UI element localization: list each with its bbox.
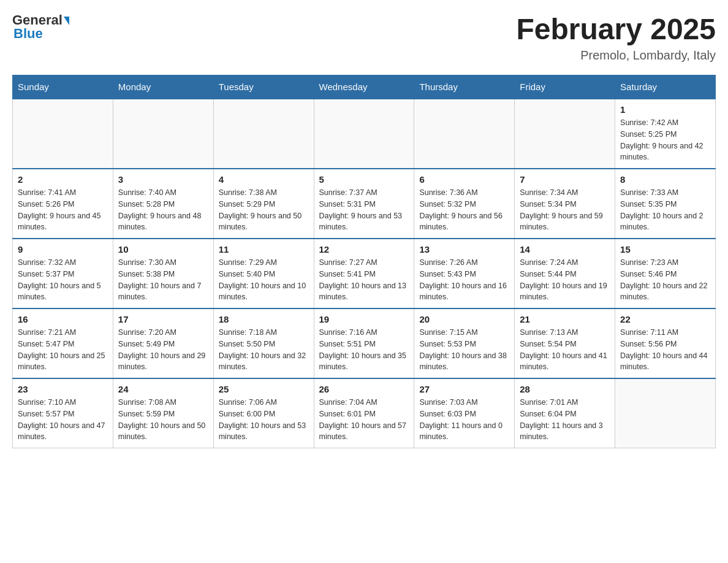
logo: General Blue [12,12,69,42]
day-number: 28 [520,384,610,394]
calendar-cell: 13Sunrise: 7:26 AMSunset: 5:43 PMDayligh… [414,239,515,308]
day-info: Sunrise: 7:21 AMSunset: 5:47 PMDaylight:… [18,327,108,373]
day-info: Sunrise: 7:38 AMSunset: 5:29 PMDaylight:… [219,187,309,233]
weekday-header-wednesday: Wednesday [314,75,414,99]
day-number: 9 [18,244,108,255]
day-info: Sunrise: 7:42 AMSunset: 5:25 PMDaylight:… [620,117,710,163]
calendar-week-row: 2Sunrise: 7:41 AMSunset: 5:26 PMDaylight… [13,169,716,239]
weekday-header-monday: Monday [113,75,213,99]
day-info: Sunrise: 7:04 AMSunset: 6:01 PMDaylight:… [319,397,409,443]
day-number: 12 [319,244,409,255]
day-number: 27 [419,384,509,394]
calendar-week-row: 9Sunrise: 7:32 AMSunset: 5:37 PMDaylight… [13,239,716,308]
calendar-week-row: 1Sunrise: 7:42 AMSunset: 5:25 PMDaylight… [13,99,716,169]
day-info: Sunrise: 7:36 AMSunset: 5:32 PMDaylight:… [419,187,509,233]
calendar-cell: 23Sunrise: 7:10 AMSunset: 5:57 PMDayligh… [13,378,113,448]
day-info: Sunrise: 7:30 AMSunset: 5:38 PMDaylight:… [118,257,208,303]
calendar-cell [314,99,414,169]
calendar-cell: 1Sunrise: 7:42 AMSunset: 5:25 PMDaylight… [615,99,716,169]
calendar-cell: 12Sunrise: 7:27 AMSunset: 5:41 PMDayligh… [314,239,414,308]
day-info: Sunrise: 7:24 AMSunset: 5:44 PMDaylight:… [520,257,610,303]
day-info: Sunrise: 7:23 AMSunset: 5:46 PMDaylight:… [620,257,710,303]
weekday-header-tuesday: Tuesday [213,75,314,99]
day-number: 1 [620,104,710,115]
calendar-cell: 6Sunrise: 7:36 AMSunset: 5:32 PMDaylight… [414,169,515,239]
day-info: Sunrise: 7:10 AMSunset: 5:57 PMDaylight:… [18,397,108,443]
day-number: 13 [419,244,509,255]
day-number: 26 [319,384,409,394]
calendar-cell: 7Sunrise: 7:34 AMSunset: 5:34 PMDaylight… [515,169,615,239]
day-number: 18 [219,314,309,324]
day-number: 6 [419,174,509,185]
day-info: Sunrise: 7:32 AMSunset: 5:37 PMDaylight:… [18,257,108,303]
day-number: 7 [520,174,610,185]
logo-blue-text: Blue [13,26,43,42]
calendar-week-row: 16Sunrise: 7:21 AMSunset: 5:47 PMDayligh… [13,308,716,378]
calendar-cell: 11Sunrise: 7:29 AMSunset: 5:40 PMDayligh… [213,239,314,308]
day-number: 5 [319,174,409,185]
day-info: Sunrise: 7:08 AMSunset: 5:59 PMDaylight:… [118,397,208,443]
day-info: Sunrise: 7:18 AMSunset: 5:50 PMDaylight:… [219,327,309,373]
day-info: Sunrise: 7:16 AMSunset: 5:51 PMDaylight:… [319,327,409,373]
page-header: General Blue February 2025 Premolo, Lomb… [12,12,716,63]
calendar-cell: 18Sunrise: 7:18 AMSunset: 5:50 PMDayligh… [213,308,314,378]
day-number: 2 [18,174,108,185]
calendar-title: February 2025 [516,12,716,46]
calendar-cell [414,99,515,169]
day-info: Sunrise: 7:01 AMSunset: 6:04 PMDaylight:… [520,397,610,443]
calendar-cell: 3Sunrise: 7:40 AMSunset: 5:28 PMDaylight… [113,169,213,239]
day-number: 17 [118,314,208,324]
title-block: February 2025 Premolo, Lombardy, Italy [516,12,716,63]
day-info: Sunrise: 7:06 AMSunset: 6:00 PMDaylight:… [219,397,309,443]
day-info: Sunrise: 7:15 AMSunset: 5:53 PMDaylight:… [419,327,509,373]
day-info: Sunrise: 7:26 AMSunset: 5:43 PMDaylight:… [419,257,509,303]
calendar-cell: 21Sunrise: 7:13 AMSunset: 5:54 PMDayligh… [515,308,615,378]
calendar-subtitle: Premolo, Lombardy, Italy [516,48,716,63]
calendar-cell: 16Sunrise: 7:21 AMSunset: 5:47 PMDayligh… [13,308,113,378]
day-info: Sunrise: 7:11 AMSunset: 5:56 PMDaylight:… [620,327,710,373]
day-number: 15 [620,244,710,255]
day-number: 3 [118,174,208,185]
day-number: 22 [620,314,710,324]
calendar-cell: 17Sunrise: 7:20 AMSunset: 5:49 PMDayligh… [113,308,213,378]
day-info: Sunrise: 7:34 AMSunset: 5:34 PMDaylight:… [520,187,610,233]
day-number: 19 [319,314,409,324]
day-info: Sunrise: 7:03 AMSunset: 6:03 PMDaylight:… [419,397,509,443]
day-info: Sunrise: 7:33 AMSunset: 5:35 PMDaylight:… [620,187,710,233]
weekday-header-row: SundayMondayTuesdayWednesdayThursdayFrid… [13,75,716,99]
weekday-header-saturday: Saturday [615,75,716,99]
calendar-week-row: 23Sunrise: 7:10 AMSunset: 5:57 PMDayligh… [13,378,716,448]
calendar-cell [113,99,213,169]
day-info: Sunrise: 7:27 AMSunset: 5:41 PMDaylight:… [319,257,409,303]
day-number: 14 [520,244,610,255]
day-number: 25 [219,384,309,394]
calendar-cell: 5Sunrise: 7:37 AMSunset: 5:31 PMDaylight… [314,169,414,239]
calendar-cell: 14Sunrise: 7:24 AMSunset: 5:44 PMDayligh… [515,239,615,308]
calendar-cell: 19Sunrise: 7:16 AMSunset: 5:51 PMDayligh… [314,308,414,378]
calendar-cell [13,99,113,169]
day-info: Sunrise: 7:20 AMSunset: 5:49 PMDaylight:… [118,327,208,373]
calendar-cell: 26Sunrise: 7:04 AMSunset: 6:01 PMDayligh… [314,378,414,448]
day-number: 16 [18,314,108,324]
weekday-header-sunday: Sunday [13,75,113,99]
day-number: 20 [419,314,509,324]
day-info: Sunrise: 7:29 AMSunset: 5:40 PMDaylight:… [219,257,309,303]
weekday-header-thursday: Thursday [414,75,515,99]
calendar-cell: 9Sunrise: 7:32 AMSunset: 5:37 PMDaylight… [13,239,113,308]
day-info: Sunrise: 7:37 AMSunset: 5:31 PMDaylight:… [319,187,409,233]
day-info: Sunrise: 7:13 AMSunset: 5:54 PMDaylight:… [520,327,610,373]
calendar-cell: 25Sunrise: 7:06 AMSunset: 6:00 PMDayligh… [213,378,314,448]
calendar-cell: 4Sunrise: 7:38 AMSunset: 5:29 PMDaylight… [213,169,314,239]
calendar-cell: 24Sunrise: 7:08 AMSunset: 5:59 PMDayligh… [113,378,213,448]
calendar-cell: 28Sunrise: 7:01 AMSunset: 6:04 PMDayligh… [515,378,615,448]
calendar-cell: 20Sunrise: 7:15 AMSunset: 5:53 PMDayligh… [414,308,515,378]
calendar-cell: 2Sunrise: 7:41 AMSunset: 5:26 PMDaylight… [13,169,113,239]
calendar-cell: 8Sunrise: 7:33 AMSunset: 5:35 PMDaylight… [615,169,716,239]
calendar-cell: 10Sunrise: 7:30 AMSunset: 5:38 PMDayligh… [113,239,213,308]
day-number: 11 [219,244,309,255]
day-number: 21 [520,314,610,324]
day-number: 10 [118,244,208,255]
day-number: 24 [118,384,208,394]
day-number: 4 [219,174,309,185]
calendar-cell: 15Sunrise: 7:23 AMSunset: 5:46 PMDayligh… [615,239,716,308]
